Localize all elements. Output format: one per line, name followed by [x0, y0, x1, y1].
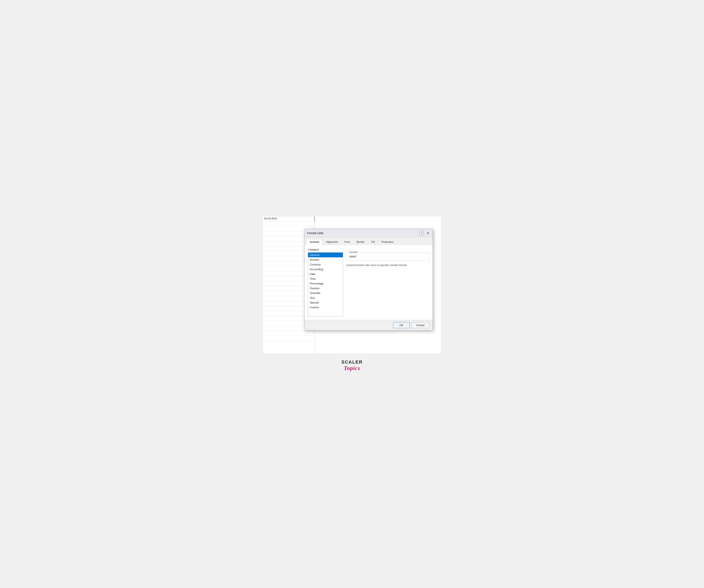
- sample-value: 44987: [349, 254, 427, 259]
- tab-alignment[interactable]: Alignment: [323, 239, 341, 245]
- tab-font[interactable]: Font: [341, 239, 353, 245]
- spreadsheet-row: [263, 221, 315, 226]
- help-button[interactable]: ?: [419, 231, 424, 235]
- date-cell[interactable]: 02-03-2023: [263, 216, 315, 221]
- cancel-button[interactable]: Cancel: [411, 322, 429, 328]
- tabs-bar: Number Alignment Font Border Fill Protec…: [305, 237, 432, 245]
- tab-protection[interactable]: Protection: [378, 239, 397, 245]
- category-item-text[interactable]: Text: [308, 296, 343, 300]
- category-item-time[interactable]: Time: [308, 276, 343, 281]
- spreadsheet-background: 02-03-2023: [263, 216, 441, 353]
- spreadsheet-row: [263, 336, 315, 341]
- category-item-number[interactable]: Number: [308, 257, 343, 262]
- category-item-date[interactable]: Date: [308, 272, 343, 276]
- dialog-titlebar: Format Cells ? ✕: [305, 229, 432, 237]
- ok-button[interactable]: OK: [393, 322, 410, 328]
- category-item-currency[interactable]: Currency: [308, 262, 343, 267]
- tab-fill[interactable]: Fill: [368, 239, 378, 245]
- dialog-controls: ? ✕: [419, 231, 430, 235]
- category-item-general[interactable]: General: [308, 253, 343, 257]
- category-list[interactable]: General Number Currency Accounting Date …: [308, 252, 343, 317]
- dialog-body: Category: General Number Currency Accoun…: [305, 245, 432, 320]
- category-item-percentage[interactable]: Percentage: [308, 281, 343, 286]
- content-area: General Number Currency Accounting Date …: [308, 252, 429, 317]
- close-button[interactable]: ✕: [425, 231, 430, 235]
- category-item-accounting[interactable]: Accounting: [308, 267, 343, 272]
- category-item-special[interactable]: Special: [308, 300, 343, 305]
- logo-section: SCALER Topics: [341, 360, 363, 372]
- spreadsheet-row: [263, 331, 315, 336]
- sample-legend: Sample: [348, 251, 358, 254]
- sample-group: Sample 44987: [346, 252, 429, 261]
- tab-number[interactable]: Number: [307, 239, 322, 245]
- description-text: General format cells have no specific nu…: [346, 263, 429, 267]
- category-item-fraction[interactable]: Fraction: [308, 286, 343, 291]
- category-item-custom[interactable]: Custom: [308, 305, 343, 310]
- category-label: Category:: [308, 248, 429, 251]
- logo-scaler: SCALER: [341, 360, 363, 365]
- category-item-scientific[interactable]: Scientific: [308, 291, 343, 296]
- right-panel: Sample 44987 General format cells have n…: [346, 252, 429, 317]
- dialog-footer: OK Cancel: [305, 320, 432, 330]
- tab-border[interactable]: Border: [353, 239, 368, 245]
- category-list-wrapper: General Number Currency Accounting Date …: [308, 252, 343, 317]
- logo-topics: Topics: [344, 365, 360, 372]
- format-cells-dialog: Format Cells ? ✕ Number Alignment Font B…: [304, 229, 433, 330]
- dialog-title: Format Cells: [307, 231, 324, 235]
